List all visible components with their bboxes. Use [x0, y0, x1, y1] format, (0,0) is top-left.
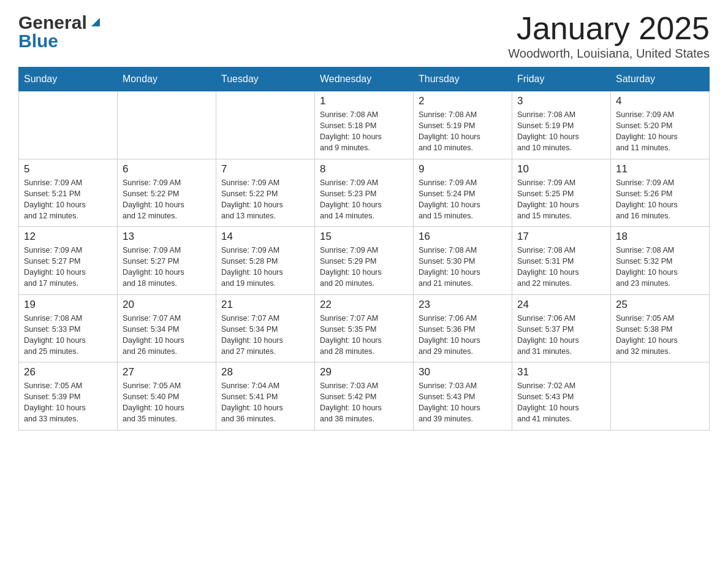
day-info: Sunrise: 7:04 AMSunset: 5:41 PMDaylight:…: [221, 380, 309, 425]
day-info: Sunrise: 7:08 AMSunset: 5:19 PMDaylight:…: [419, 109, 507, 154]
day-info: Sunrise: 7:07 AMSunset: 5:35 PMDaylight:…: [320, 313, 408, 358]
day-number: 13: [123, 231, 211, 243]
day-info: Sunrise: 7:05 AMSunset: 5:40 PMDaylight:…: [123, 380, 211, 425]
calendar-cell: 3Sunrise: 7:08 AMSunset: 5:19 PMDaylight…: [512, 91, 611, 159]
day-number: 28: [221, 366, 309, 378]
day-info: Sunrise: 7:08 AMSunset: 5:19 PMDaylight:…: [517, 109, 605, 154]
header-thursday: Thursday: [414, 67, 512, 91]
calendar-cell: 18Sunrise: 7:08 AMSunset: 5:32 PMDayligh…: [611, 227, 710, 295]
day-number: 31: [517, 366, 605, 378]
calendar-cell: 13Sunrise: 7:09 AMSunset: 5:27 PMDayligh…: [118, 227, 216, 295]
day-info: Sunrise: 7:09 AMSunset: 5:23 PMDaylight:…: [320, 177, 408, 222]
day-number: 14: [221, 231, 309, 243]
day-number: 3: [517, 95, 605, 107]
calendar-week-row: 26Sunrise: 7:05 AMSunset: 5:39 PMDayligh…: [19, 362, 710, 431]
day-info: Sunrise: 7:08 AMSunset: 5:31 PMDaylight:…: [517, 245, 605, 289]
day-info: Sunrise: 7:09 AMSunset: 5:29 PMDaylight:…: [320, 245, 408, 289]
day-number: 10: [517, 163, 605, 175]
calendar-cell: [118, 91, 216, 159]
day-info: Sunrise: 7:09 AMSunset: 5:26 PMDaylight:…: [616, 177, 704, 222]
calendar-week-row: 1Sunrise: 7:08 AMSunset: 5:18 PMDaylight…: [19, 91, 710, 159]
calendar-cell: [216, 91, 315, 159]
day-info: Sunrise: 7:08 AMSunset: 5:32 PMDaylight:…: [616, 245, 704, 289]
header-wednesday: Wednesday: [315, 67, 414, 91]
day-info: Sunrise: 7:09 AMSunset: 5:27 PMDaylight:…: [24, 245, 112, 289]
calendar-cell: 4Sunrise: 7:09 AMSunset: 5:20 PMDaylight…: [611, 91, 710, 159]
day-info: Sunrise: 7:09 AMSunset: 5:25 PMDaylight:…: [517, 177, 605, 222]
header-monday: Monday: [118, 67, 216, 91]
logo-general-text: General: [18, 12, 87, 33]
day-number: 27: [123, 366, 211, 378]
calendar-week-row: 5Sunrise: 7:09 AMSunset: 5:21 PMDaylight…: [19, 159, 710, 227]
day-number: 2: [419, 95, 507, 107]
calendar-cell: 6Sunrise: 7:09 AMSunset: 5:22 PMDaylight…: [118, 159, 216, 227]
day-info: Sunrise: 7:09 AMSunset: 5:22 PMDaylight:…: [221, 177, 309, 222]
calendar-cell: [611, 362, 710, 431]
day-number: 24: [517, 299, 605, 311]
calendar-cell: 2Sunrise: 7:08 AMSunset: 5:19 PMDaylight…: [414, 91, 512, 159]
day-info: Sunrise: 7:09 AMSunset: 5:28 PMDaylight:…: [221, 245, 309, 289]
header-tuesday: Tuesday: [216, 67, 315, 91]
calendar-cell: 21Sunrise: 7:07 AMSunset: 5:34 PMDayligh…: [216, 294, 315, 362]
calendar-cell: 28Sunrise: 7:04 AMSunset: 5:41 PMDayligh…: [216, 362, 315, 431]
day-number: 1: [320, 95, 408, 107]
calendar-cell: 20Sunrise: 7:07 AMSunset: 5:34 PMDayligh…: [118, 294, 216, 362]
day-info: Sunrise: 7:08 AMSunset: 5:18 PMDaylight:…: [320, 109, 408, 154]
day-info: Sunrise: 7:09 AMSunset: 5:24 PMDaylight:…: [419, 177, 507, 222]
day-number: 21: [221, 299, 309, 311]
day-info: Sunrise: 7:07 AMSunset: 5:34 PMDaylight:…: [221, 313, 309, 358]
calendar-cell: 1Sunrise: 7:08 AMSunset: 5:18 PMDaylight…: [315, 91, 414, 159]
day-number: 22: [320, 299, 408, 311]
calendar-cell: 30Sunrise: 7:03 AMSunset: 5:43 PMDayligh…: [414, 362, 512, 431]
day-number: 8: [320, 163, 408, 175]
calendar-cell: 24Sunrise: 7:06 AMSunset: 5:37 PMDayligh…: [512, 294, 611, 362]
calendar-table: SundayMondayTuesdayWednesdayThursdayFrid…: [18, 67, 710, 431]
day-number: 29: [320, 366, 408, 378]
calendar-cell: 26Sunrise: 7:05 AMSunset: 5:39 PMDayligh…: [19, 362, 118, 431]
day-number: 4: [616, 95, 704, 107]
day-info: Sunrise: 7:08 AMSunset: 5:33 PMDaylight:…: [24, 313, 112, 358]
day-info: Sunrise: 7:09 AMSunset: 5:21 PMDaylight:…: [24, 177, 112, 222]
calendar-cell: 9Sunrise: 7:09 AMSunset: 5:24 PMDaylight…: [414, 159, 512, 227]
calendar-cell: 8Sunrise: 7:09 AMSunset: 5:23 PMDaylight…: [315, 159, 414, 227]
calendar-cell: 25Sunrise: 7:05 AMSunset: 5:38 PMDayligh…: [611, 294, 710, 362]
logo: General Blue: [18, 12, 102, 52]
calendar-cell: 27Sunrise: 7:05 AMSunset: 5:40 PMDayligh…: [118, 362, 216, 431]
svg-marker-0: [91, 18, 100, 26]
calendar-cell: 19Sunrise: 7:08 AMSunset: 5:33 PMDayligh…: [19, 294, 118, 362]
logo-triangle-icon: [89, 15, 102, 29]
calendar-cell: 10Sunrise: 7:09 AMSunset: 5:25 PMDayligh…: [512, 159, 611, 227]
calendar-cell: 16Sunrise: 7:08 AMSunset: 5:30 PMDayligh…: [414, 227, 512, 295]
day-info: Sunrise: 7:07 AMSunset: 5:34 PMDaylight:…: [123, 313, 211, 358]
calendar-header-row: SundayMondayTuesdayWednesdayThursdayFrid…: [19, 67, 710, 91]
calendar-cell: 14Sunrise: 7:09 AMSunset: 5:28 PMDayligh…: [216, 227, 315, 295]
day-number: 7: [221, 163, 309, 175]
day-info: Sunrise: 7:09 AMSunset: 5:27 PMDaylight:…: [123, 245, 211, 289]
day-number: 20: [123, 299, 211, 311]
calendar-cell: 17Sunrise: 7:08 AMSunset: 5:31 PMDayligh…: [512, 227, 611, 295]
day-number: 23: [419, 299, 507, 311]
day-info: Sunrise: 7:08 AMSunset: 5:30 PMDaylight:…: [419, 245, 507, 289]
day-number: 18: [616, 231, 704, 243]
calendar-cell: 29Sunrise: 7:03 AMSunset: 5:42 PMDayligh…: [315, 362, 414, 431]
day-number: 16: [419, 231, 507, 243]
day-number: 17: [517, 231, 605, 243]
day-number: 26: [24, 366, 112, 378]
calendar-cell: 7Sunrise: 7:09 AMSunset: 5:22 PMDaylight…: [216, 159, 315, 227]
calendar-cell: 12Sunrise: 7:09 AMSunset: 5:27 PMDayligh…: [19, 227, 118, 295]
day-number: 19: [24, 299, 112, 311]
page-header: General Blue January 2025 Woodworth, Lou…: [18, 12, 710, 61]
logo-blue-text: Blue: [18, 31, 58, 52]
month-title: January 2025: [508, 12, 710, 44]
calendar-cell: 31Sunrise: 7:02 AMSunset: 5:43 PMDayligh…: [512, 362, 611, 431]
calendar-cell: 5Sunrise: 7:09 AMSunset: 5:21 PMDaylight…: [19, 159, 118, 227]
calendar-cell: 22Sunrise: 7:07 AMSunset: 5:35 PMDayligh…: [315, 294, 414, 362]
day-number: 25: [616, 299, 704, 311]
day-info: Sunrise: 7:03 AMSunset: 5:43 PMDaylight:…: [419, 380, 507, 425]
calendar-week-row: 12Sunrise: 7:09 AMSunset: 5:27 PMDayligh…: [19, 227, 710, 295]
header-friday: Friday: [512, 67, 611, 91]
day-number: 11: [616, 163, 704, 175]
title-area: January 2025 Woodworth, Louisiana, Unite…: [508, 12, 710, 61]
day-number: 6: [123, 163, 211, 175]
day-number: 30: [419, 366, 507, 378]
